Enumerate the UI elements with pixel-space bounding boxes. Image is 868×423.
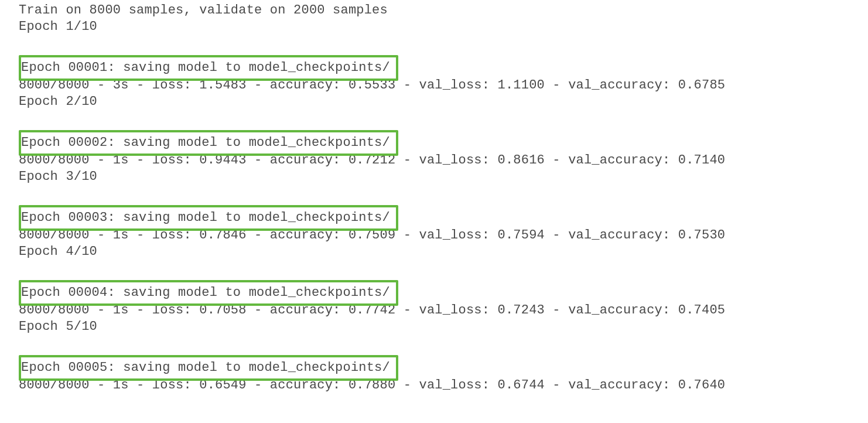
checkpoint-highlight: Epoch 00001: saving model to model_check…	[13, 52, 398, 77]
checkpoint-highlight: Epoch 00003: saving model to model_check…	[13, 202, 398, 227]
epoch-header-line: Epoch 5/10	[19, 319, 97, 334]
log-header-line2: Epoch 1/10	[19, 19, 97, 34]
epoch-header-line: Epoch 4/10	[19, 244, 97, 259]
checkpoint-save-line: Epoch 00001: saving model to model_check…	[19, 55, 398, 81]
checkpoint-highlight: Epoch 00005: saving model to model_check…	[13, 352, 398, 377]
log-header-line1: Train on 8000 samples, validate on 2000 …	[19, 3, 388, 18]
checkpoint-save-line: Epoch 00005: saving model to model_check…	[19, 355, 398, 381]
checkpoint-save-line: Epoch 00002: saving model to model_check…	[19, 130, 398, 156]
checkpoint-save-line: Epoch 00004: saving model to model_check…	[19, 280, 398, 306]
training-log: Train on 8000 samples, validate on 2000 …	[0, 0, 868, 394]
checkpoint-save-line: Epoch 00003: saving model to model_check…	[19, 205, 398, 231]
checkpoint-highlight: Epoch 00004: saving model to model_check…	[13, 277, 398, 302]
epoch-header-line: Epoch 3/10	[19, 169, 97, 184]
epoch-header-line: Epoch 2/10	[19, 94, 97, 109]
checkpoint-highlight: Epoch 00002: saving model to model_check…	[13, 127, 398, 152]
